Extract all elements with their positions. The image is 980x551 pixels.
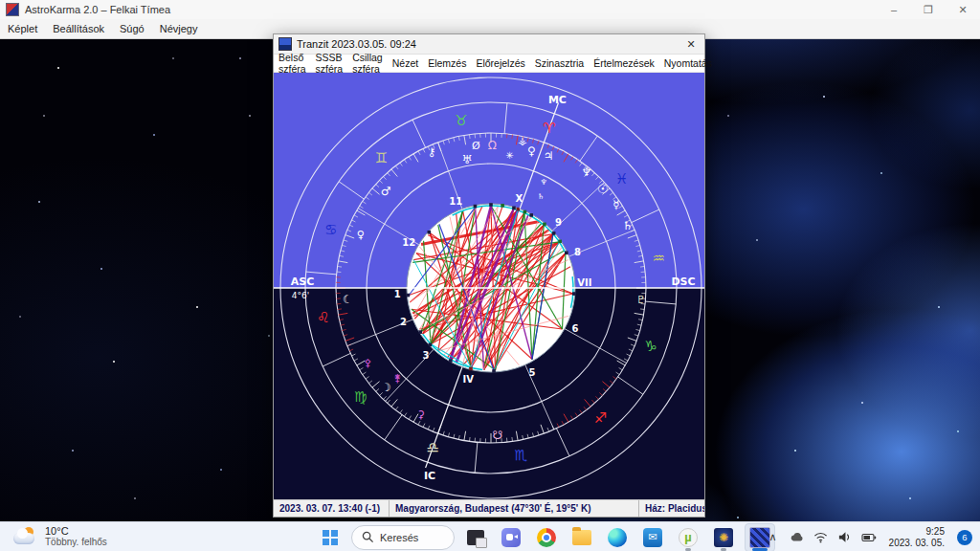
sign-aquarius-icon: ♒ (653, 250, 665, 267)
planet-north-node-icon: Ω (488, 139, 497, 152)
volume-icon[interactable] (837, 530, 853, 545)
utorrent-button[interactable]: µ (674, 524, 702, 551)
planet-venus-icon: ♀ (527, 144, 536, 158)
search-icon (362, 531, 374, 543)
sign-cancer-icon: ♋ (324, 221, 337, 238)
house-label-5: 5 (528, 367, 535, 378)
planet-vesta-2-icon: ⚵ (393, 372, 401, 385)
asc-degree: 4°6' (292, 291, 309, 300)
app-icon (6, 3, 19, 16)
planet-south-node-icon: ☋ (492, 429, 502, 442)
planet-ceres-left-icon: ♀ (357, 229, 365, 241)
transit-window: Tranzit 2023.03.05. 09:24 ✕ Belső szféra… (273, 33, 705, 518)
status-location: Magyarország, Budapest (47°30' É, 19°5' … (390, 500, 639, 517)
app-titlebar: AstroKarma 2.0 – Felkai Tímea – ❐ ✕ (0, 0, 980, 19)
planet-jupiter-icon: ♃ (544, 149, 554, 163)
sign-taurus-icon: ♉ (455, 112, 467, 129)
minimize-button[interactable]: – (877, 0, 911, 19)
planet-ceres-icon: ⚳ (417, 408, 425, 421)
menu-item-0[interactable]: Képlet (0, 21, 45, 36)
transit-close-button[interactable]: ✕ (678, 38, 704, 51)
menu-item-8[interactable]: Nyomtatás (659, 56, 717, 70)
chat-icon (501, 528, 521, 547)
sign-capricorn-icon: ♑ (645, 338, 657, 355)
house-label-11: 11 (449, 196, 462, 207)
status-datetime: 2023. 03. 07. 13:40 (-1) (274, 500, 390, 517)
house-label-IV: IV (463, 374, 475, 385)
folder-icon (572, 530, 591, 545)
tray-time: 9:25 (889, 526, 945, 538)
battery-icon[interactable] (861, 530, 877, 545)
chrome-icon (537, 528, 556, 547)
sign-scorpio-icon: ♏ (514, 447, 527, 464)
start-button[interactable] (316, 524, 345, 551)
mc-label: MC (548, 94, 567, 106)
planet-saturn-icon: ♄ (622, 219, 633, 232)
house-label-1: 1 (394, 289, 401, 299)
planet-lilith-2-icon: ☾ (343, 293, 353, 306)
planet-pallas-icon: ⚴ (364, 357, 371, 369)
house-label-VII: VII (577, 277, 591, 288)
astrokarma-icon: ✺ (714, 528, 733, 547)
weather-widget[interactable]: 10°C Többny. felhős (13, 525, 107, 548)
planet-lilith-icon: Ø (472, 140, 480, 152)
task-view-icon (467, 530, 484, 545)
sign-aries-icon: ♈ (543, 120, 555, 137)
ic-label: IC (424, 470, 435, 482)
sign-virgo-icon: ♍ (354, 388, 367, 406)
sign-gemini-icon: ♊ (375, 149, 388, 166)
menu-item-5[interactable]: Előrejelzés (471, 56, 529, 70)
planet-mc-stack-2-icon: ♄ (537, 192, 544, 201)
sign-pisces-icon: ♓ (615, 170, 628, 187)
menu-item-7[interactable]: Értelmezések (589, 56, 659, 70)
planet-uranus-icon: ♅ (462, 153, 473, 166)
weather-temp: 10°C (45, 525, 107, 537)
status-house-system: Ház: Placidus (639, 500, 704, 517)
astrokarma-button[interactable]: ✺ (709, 524, 738, 551)
chat-button[interactable] (497, 524, 525, 551)
menu-item-3[interactable]: Nézet (388, 56, 423, 70)
planet-chiron-icon: ⚷ (428, 145, 436, 159)
house-label-6: 6 (572, 323, 579, 334)
search-label: Keresés (380, 532, 418, 543)
planet-vesta-icon: ⚶ (518, 135, 526, 147)
task-view-button[interactable] (461, 524, 490, 551)
menu-item-1[interactable]: Beállítások (45, 21, 112, 36)
maximize-button[interactable]: ❐ (911, 0, 946, 19)
menu-item-3[interactable]: Névjegy (152, 21, 206, 36)
transit-window-icon (278, 37, 292, 51)
onedrive-icon[interactable] (790, 530, 805, 545)
notification-badge[interactable]: 6 (957, 530, 972, 545)
tray-clock[interactable]: 9:25 2023. 03. 05. (889, 526, 945, 549)
mail-button[interactable]: ✉ (638, 524, 667, 551)
file-explorer-button[interactable] (568, 524, 596, 551)
close-button[interactable]: ✕ (946, 0, 980, 19)
transit-statusbar: 2023. 03. 07. 13:40 (-1) Magyarország, B… (274, 499, 704, 517)
weather-icon (13, 526, 38, 547)
window-controls: – ❐ ✕ (877, 0, 980, 19)
house-label-9: 9 (555, 217, 562, 228)
sign-leo-icon: ♌ (317, 309, 329, 326)
menu-item-6[interactable]: Szinasztria (530, 56, 589, 70)
transit-title: Tranzit 2023.03.05. 09:24 (297, 38, 416, 50)
sign-sagittarius-icon: ♐ (594, 409, 607, 427)
mail-icon: ✉ (643, 528, 662, 547)
chrome-button[interactable] (532, 524, 561, 551)
wifi-icon[interactable] (813, 530, 829, 545)
planet-neptune-icon: ♆ (581, 165, 591, 179)
transit-menubar: Belső szféraSSSB szféraCsillag szféraNéz… (274, 55, 704, 73)
house-label-2: 2 (400, 317, 407, 327)
edge-button[interactable] (603, 524, 632, 551)
dsc-label: DSC (671, 276, 695, 288)
menu-item-2[interactable]: Súgó (112, 21, 152, 36)
planet-mars-icon: ♂ (381, 185, 391, 198)
house-label-3: 3 (422, 350, 429, 361)
planet-moon-icon: ☽ (381, 381, 391, 394)
menu-item-4[interactable]: Elemzés (423, 56, 471, 70)
tray-chevron-icon[interactable]: ∧ (766, 530, 781, 545)
taskbar: 10°C Többny. felhős Keresés ✉ µ ✺ ∧ (0, 521, 980, 551)
search-box[interactable]: Keresés (351, 525, 455, 550)
planet-sun-icon: ☉ (597, 182, 609, 196)
sign-libra-icon: ♎ (426, 439, 438, 456)
planet-mc-stack-1-icon: ♆ (541, 178, 547, 187)
